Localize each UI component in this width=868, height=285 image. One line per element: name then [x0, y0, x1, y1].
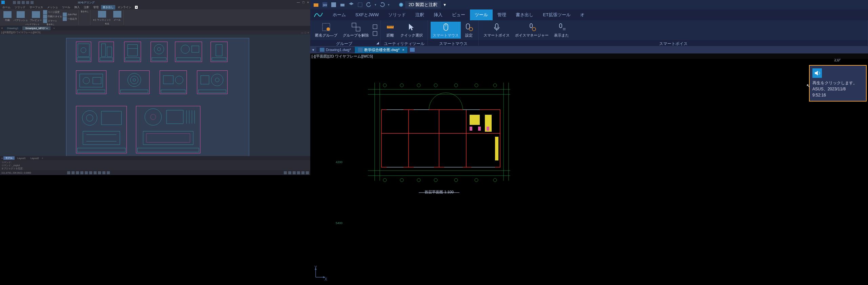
snap-toggle-icon[interactable] — [67, 171, 70, 174]
rtab-annotate[interactable]: 注釈 — [411, 9, 429, 20]
qat-redo-icon[interactable] — [379, 2, 385, 8]
tab-drawing1[interactable]: Drawing1 — [4, 26, 21, 30]
menu-solid[interactable]: ソリッド — [13, 5, 27, 9]
qat-select-icon[interactable] — [357, 2, 363, 8]
layout-1[interactable]: Layout1 — [15, 157, 28, 159]
thumb-6[interactable] — [211, 42, 228, 62]
rtab-export[interactable]: 書き出し — [511, 9, 538, 20]
view-maximize-icon[interactable]: □ — [305, 31, 306, 34]
print-button[interactable]: 印刷 — [3, 10, 12, 23]
join-plot-button[interactable]: Join Plot — [63, 13, 77, 17]
qat-undo-icon[interactable] — [26, 1, 29, 4]
iso-toggle-icon[interactable] — [107, 171, 110, 174]
menu-home[interactable]: ホーム — [1, 5, 12, 9]
rtab-solid[interactable]: ソリッド — [383, 9, 411, 20]
menu-tools[interactable]: ツール — [60, 5, 72, 9]
page-setup-button[interactable]: ページ設定 — [43, 10, 62, 14]
ungroup-button[interactable]: グループを解除 — [341, 22, 371, 39]
thumb-2[interactable] — [99, 42, 114, 62]
doc-add-button[interactable] — [408, 48, 417, 52]
steering-icon[interactable] — [293, 171, 296, 174]
qat-undo-icon[interactable] — [366, 2, 372, 8]
menu-expand-icon[interactable]: ▾ — [135, 6, 138, 9]
dyn-toggle-icon[interactable] — [98, 171, 101, 174]
thumb-11[interactable] — [76, 106, 127, 153]
thumb-9[interactable] — [160, 70, 187, 94]
layout-model[interactable]: モデル — [3, 156, 15, 160]
osnap-toggle-icon[interactable] — [85, 171, 88, 174]
zoom-icon[interactable] — [284, 171, 287, 174]
rtab-insert[interactable]: 挿入 — [429, 9, 447, 20]
preview-button[interactable]: プレビュー — [29, 10, 42, 23]
thumb-1[interactable] — [76, 42, 91, 62]
mail-button[interactable]: メール — [113, 10, 122, 22]
thumb-4[interactable] — [151, 42, 167, 62]
qat-layers-icon[interactable] — [348, 2, 354, 8]
thumb-10[interactable] — [197, 70, 228, 94]
rtab-home[interactable]: ホーム — [328, 9, 351, 20]
ortho-toggle-icon[interactable] — [76, 171, 79, 174]
thumb-3[interactable] — [124, 42, 141, 62]
rtab-manage[interactable]: 管理 — [493, 9, 511, 20]
qat-redo-chevron-icon[interactable]: ▾ — [388, 3, 390, 6]
qat-save-icon[interactable] — [22, 1, 25, 4]
etransmit-button[interactable]: eトランスミット — [93, 10, 112, 22]
layout-menu-icon[interactable]: ≡ — [1, 157, 3, 159]
view-close-icon[interactable]: × — [308, 31, 309, 34]
group-small-1-icon[interactable] — [372, 24, 378, 29]
menu-insert[interactable]: 挿入 — [73, 5, 81, 9]
tooltip-speaker-icon[interactable] — [812, 68, 822, 78]
qat-save-icon[interactable] — [331, 2, 337, 8]
smart-voice-button[interactable]: スマートボイス — [481, 22, 512, 39]
pan-icon[interactable] — [288, 171, 291, 174]
rtab-tools[interactable]: ツール — [470, 9, 493, 20]
doc-close-icon[interactable]: × — [402, 48, 405, 52]
print-style-button[interactable]: 印刷スタイル — [43, 15, 62, 19]
tab-add-button[interactable]: + — [52, 27, 56, 30]
voice-show-button[interactable]: 表示また — [552, 22, 571, 39]
doc-tab-drawing1[interactable]: Drawing1.dwg* — [316, 47, 355, 52]
lwt-toggle-icon[interactable] — [94, 171, 97, 174]
smart-mouse-button[interactable]: スマートマウス — [431, 22, 461, 39]
layout-add-button[interactable]: + — [42, 157, 43, 159]
mouse-settings-button[interactable]: 設定 — [462, 22, 476, 39]
group-small-2-icon[interactable] — [372, 31, 378, 36]
menu-export[interactable]: 書き出し — [101, 5, 115, 9]
otrack-toggle-icon[interactable] — [89, 171, 92, 174]
polar-toggle-icon[interactable] — [80, 171, 83, 174]
model-toggle-icon[interactable] — [102, 171, 105, 174]
right-canvas[interactable]: 首层平面图 1:100 4200 5400 Y X 2,0" ↖ 再生をクリッ — [310, 59, 868, 285]
qat-print-icon[interactable] — [339, 2, 346, 8]
menu-manage[interactable]: 管理 — [92, 5, 100, 9]
menu-annotate[interactable]: 注釈 — [82, 5, 91, 9]
qat-jww-icon[interactable]: jww — [322, 2, 328, 8]
qat-undo-chevron-icon[interactable]: ▾ — [375, 3, 376, 6]
workspace-switcher[interactable]: 2D 製図と注釈 ▼ — [399, 1, 447, 8]
rtab-sxf[interactable]: SXFとJWW — [351, 9, 383, 20]
distance-button[interactable]: 距離 — [383, 22, 397, 39]
menu-online[interactable]: オンライン — [116, 5, 133, 9]
maximize-button[interactable]: □ — [302, 1, 304, 4]
minimize-button[interactable]: — — [297, 1, 300, 4]
tab-close-icon[interactable]: × — [46, 27, 48, 30]
doc-tab-building[interactable]: 教学综合楼全图.dwg* × — [355, 47, 408, 53]
voice-manager-button[interactable]: ボイスマネージャー — [513, 22, 551, 39]
left-canvas[interactable]: ▸ — [0, 35, 310, 156]
tab-smartplot[interactable]: Smartplot_MFG* × — [22, 26, 50, 30]
menu-surface[interactable]: サーフェス — [28, 5, 45, 9]
anon-group-button[interactable]: 匿名グル―プ — [313, 22, 339, 39]
publish-button[interactable]: パブリッシュ — [13, 10, 28, 23]
menu-mesh[interactable]: メッシュ — [45, 5, 60, 9]
rtab-more[interactable]: オ — [575, 9, 589, 20]
app-logo-icon[interactable] — [313, 10, 324, 20]
annotation-scale-icon[interactable] — [297, 171, 300, 174]
thumb-7[interactable] — [76, 70, 106, 94]
qat-new-icon[interactable] — [13, 1, 16, 4]
settings-icon[interactable] — [306, 171, 309, 174]
rtab-view[interactable]: ビュー — [447, 9, 470, 20]
thumb-12[interactable] — [136, 106, 200, 153]
thumb-5[interactable] — [175, 42, 202, 62]
qat-folder-icon[interactable] — [313, 2, 319, 8]
qat-open-icon[interactable] — [17, 1, 20, 4]
qat-redo-icon[interactable] — [31, 1, 34, 4]
